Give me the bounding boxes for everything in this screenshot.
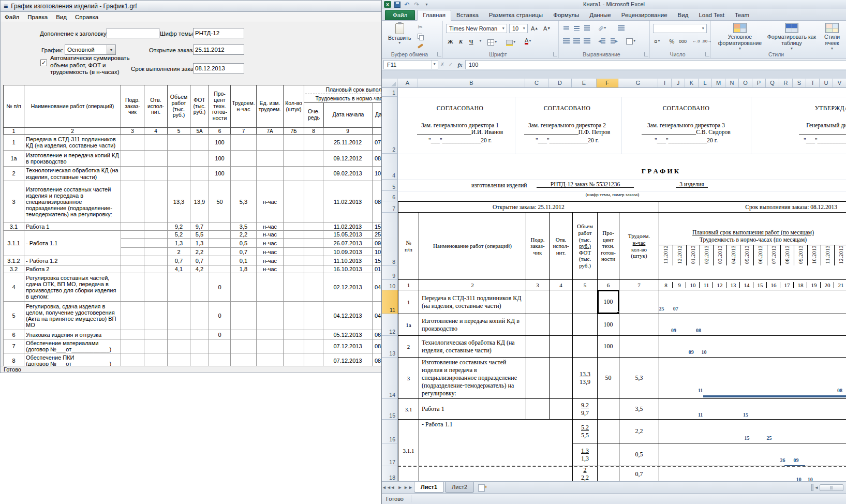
column-header-M[interactable]: M — [712, 79, 725, 88]
sheet-cell[interactable]: 0,7 — [619, 466, 659, 482]
sheet-cell[interactable]: 5.25,5 — [573, 420, 598, 443]
sheet-cell[interactable]: 9.29,7 — [573, 399, 598, 420]
tab-splitter-icon[interactable] — [811, 484, 813, 491]
enter-icon[interactable]: ✓ — [447, 62, 455, 67]
column-header-I[interactable]: I — [658, 79, 672, 88]
insert-sheet-icon[interactable] — [477, 484, 487, 492]
row-header-18[interactable]: 18 — [382, 466, 398, 481]
sheet-cell[interactable]: 100 — [598, 314, 619, 336]
row-header-14[interactable]: 14 — [382, 358, 398, 399]
column-header-P[interactable]: P — [752, 79, 766, 88]
sheet-cell[interactable]: Изготовление составных частей изделия и … — [419, 358, 526, 399]
sheet-cell[interactable]: 22,2 — [573, 466, 598, 482]
column-header-E[interactable]: E — [572, 79, 597, 88]
column-header-U[interactable]: U — [820, 79, 833, 88]
align-right-icon[interactable] — [583, 37, 591, 46]
sheet-cell[interactable]: 1115 — [659, 399, 846, 420]
last-sheet-icon[interactable]: ►► — [404, 485, 411, 490]
column-header-R[interactable]: R — [779, 79, 793, 88]
menu-item-вид[interactable]: Вид — [52, 13, 71, 21]
row-header-7[interactable]: 7 — [382, 201, 398, 213]
column-header-C[interactable]: C — [525, 79, 548, 88]
sheet-cell[interactable]: 1.31,3 — [573, 443, 598, 466]
cell-styles-button[interactable]: Стили ячеек▼ — [819, 23, 845, 51]
dialog-launcher-icon[interactable] — [553, 52, 557, 56]
sheet-cell[interactable]: 13.313,9 — [573, 358, 598, 399]
formula-input[interactable]: 100 — [465, 60, 846, 69]
sheet-tab-лист1[interactable]: Лист1 — [414, 482, 444, 493]
left-title-bar[interactable]: ≡ График изготовления изделий - График1.… — [1, 1, 381, 12]
redo-icon[interactable]: ↷ — [413, 1, 421, 8]
align-top-icon[interactable] — [562, 24, 571, 33]
sheet-cell[interactable]: 1108 — [659, 358, 846, 399]
font-color-icon[interactable]: А▼ — [524, 37, 533, 46]
undo-icon[interactable]: ↶ — [403, 1, 411, 8]
menu-item-правка[interactable]: Правка — [23, 13, 52, 21]
prev-sheet-icon[interactable]: ◄ — [389, 485, 396, 490]
sheet-cell[interactable]: - Работа 1.1 — [419, 420, 573, 482]
fill-handle[interactable] — [617, 312, 619, 314]
horizontal-scrollbar[interactable]: ◄ — [811, 484, 843, 491]
sheet-cell[interactable] — [573, 336, 598, 358]
column-header-L[interactable]: L — [699, 79, 712, 88]
align-left-icon[interactable] — [562, 37, 571, 46]
ribbon-tab-разметка-страницы[interactable]: Разметка страницы — [484, 10, 548, 20]
ribbon-tab-team[interactable]: Team — [730, 10, 754, 20]
next-sheet-icon[interactable]: ► — [396, 485, 404, 490]
sheet-cell[interactable] — [526, 358, 550, 399]
sheet-cell[interactable] — [526, 314, 550, 336]
number-format-select[interactable]: ▼ — [653, 24, 707, 33]
selected-cell[interactable]: 100 — [598, 290, 619, 314]
column-header-J[interactable]: J — [672, 79, 685, 88]
sheet-cell[interactable] — [526, 336, 550, 358]
sheet-tab-лист2[interactable]: Лист2 — [445, 482, 474, 493]
sheet-cell[interactable] — [573, 314, 598, 336]
sheet-cell[interactable] — [550, 336, 573, 358]
sheet-cell[interactable]: 3.1.1 — [398, 420, 419, 482]
insert-function-icon[interactable]: fx — [455, 62, 465, 68]
scrollbar-thumb[interactable] — [820, 484, 843, 491]
sheet-cell[interactable]: Передача в СТД-311 подлинников КД (на из… — [419, 290, 526, 314]
row-header-16[interactable]: 16 — [382, 420, 398, 443]
font-size-select[interactable]: 10 ▼ — [509, 24, 528, 33]
row-header-12[interactable]: 12 — [382, 314, 398, 336]
percent-style-icon[interactable]: % — [667, 37, 676, 46]
copy-icon[interactable] — [416, 33, 424, 40]
bold-button[interactable]: Ж — [446, 37, 455, 46]
column-header-F[interactable]: F — [597, 79, 618, 88]
grow-font-button[interactable]: А▲ — [530, 24, 539, 33]
ribbon-tab-вставка[interactable]: Вставка — [451, 10, 484, 20]
sheet-content[interactable]: СОГЛАСОВАНОЗам. генерального директора 1… — [398, 88, 846, 481]
merge-center-icon[interactable]: ▼ — [625, 37, 637, 46]
dialog-launcher-icon[interactable] — [705, 52, 709, 56]
qat-menu-icon[interactable]: ▼ — [423, 1, 431, 8]
dialog-launcher-icon[interactable] — [644, 52, 648, 56]
ribbon-tab-load-test[interactable]: Load Test — [693, 10, 730, 20]
cancel-icon[interactable]: ✗ — [438, 62, 447, 67]
menu-item-файл[interactable]: Файл — [1, 13, 23, 21]
row-header-8[interactable]: 8 — [382, 213, 398, 266]
sheet-cell[interactable] — [550, 399, 573, 420]
excel-title-bar[interactable]: X ↶ ↷ ▼ Книга1 - Microsoft Excel — [382, 0, 846, 9]
row-header-17[interactable]: 17 — [382, 443, 398, 466]
align-bottom-icon[interactable] — [583, 24, 591, 33]
sheet-cell[interactable] — [619, 314, 659, 336]
cut-icon[interactable]: ✂ — [416, 23, 424, 31]
sheet-cell[interactable]: 0,5 — [619, 443, 659, 466]
shrink-font-button[interactable]: А▼ — [542, 24, 552, 33]
sheet-cell[interactable]: 5,3 — [619, 358, 659, 399]
underline-button[interactable]: Ч — [467, 37, 476, 46]
select-all-corner[interactable] — [382, 79, 397, 88]
sheet-cell[interactable] — [619, 336, 659, 358]
sheet-cell[interactable]: 0910 — [659, 336, 846, 358]
row-header-15[interactable]: 15 — [382, 399, 398, 420]
column-header-A[interactable]: A — [397, 79, 418, 88]
decrease-indent-icon[interactable]: ◀ — [597, 37, 606, 46]
sheet-cell[interactable]: 2609 — [659, 443, 846, 466]
addition-input[interactable] — [107, 28, 159, 38]
accounting-format-icon[interactable]: ¤▼ — [653, 37, 662, 46]
sheet-cell[interactable]: 3.1 — [398, 399, 419, 420]
chevron-down-icon[interactable]: ▼ — [107, 45, 115, 54]
save-icon[interactable] — [394, 2, 400, 8]
sheet-cell[interactable]: 1а — [398, 314, 419, 336]
